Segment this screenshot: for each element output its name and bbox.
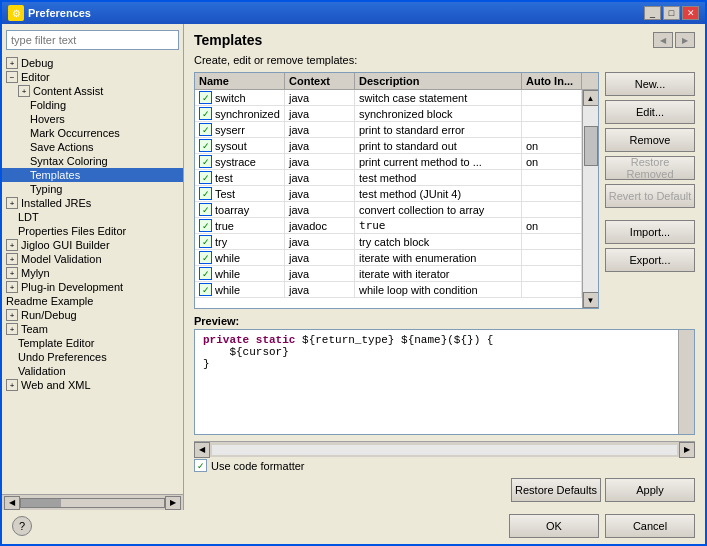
sidebar-item-syntax-coloring[interactable]: Syntax Coloring <box>2 154 183 168</box>
ok-button[interactable]: OK <box>509 514 599 538</box>
sidebar-item-templates[interactable]: Templates <box>2 168 183 182</box>
sidebar-item-model-validation[interactable]: + Model Validation <box>2 252 183 266</box>
preview-hscroll[interactable]: ◀ ▶ <box>194 441 695 457</box>
sidebar-item-web-xml[interactable]: + Web and XML <box>2 378 183 392</box>
row-checkbox[interactable]: ✓ <box>199 203 212 216</box>
scroll-down-btn[interactable]: ▼ <box>583 292 599 308</box>
expand-jigloo[interactable]: + <box>6 239 18 251</box>
table-row[interactable]: ✓ test java test method <box>195 170 582 186</box>
minimize-button[interactable]: _ <box>644 6 661 20</box>
help-button[interactable]: ? <box>12 516 32 536</box>
row-checkbox[interactable]: ✓ <box>199 139 212 152</box>
table-row[interactable]: ✓ syserr java print to standard error <box>195 122 582 138</box>
scroll-thumb[interactable] <box>21 499 61 507</box>
scroll-right-arrow[interactable]: ▶ <box>165 496 181 510</box>
code-text: ${return_type} ${name}(${}) { <box>302 334 493 346</box>
sidebar-item-readme[interactable]: Readme Example <box>2 294 183 308</box>
sidebar-item-installed-jres[interactable]: + Installed JREs <box>2 196 183 210</box>
import-button[interactable]: Import... <box>605 220 695 244</box>
hscroll-track[interactable] <box>212 445 677 455</box>
close-button[interactable]: ✕ <box>682 6 699 20</box>
sidebar-item-template-editor[interactable]: Template Editor <box>2 336 183 350</box>
row-checkbox[interactable]: ✓ <box>199 155 212 168</box>
row-checkbox[interactable]: ✓ <box>199 251 212 264</box>
row-checkbox[interactable]: ✓ <box>199 219 212 232</box>
back-arrow[interactable]: ◀ <box>653 32 673 48</box>
expand-model-validation[interactable]: + <box>6 253 18 265</box>
table-row[interactable]: ✓ switch java switch case statement <box>195 90 582 106</box>
sidebar-item-mark-occurrences[interactable]: Mark Occurrences <box>2 126 183 140</box>
row-checkbox[interactable]: ✓ <box>199 123 212 136</box>
scroll-thumb[interactable] <box>584 126 598 166</box>
cancel-button[interactable]: Cancel <box>605 514 695 538</box>
forward-arrow[interactable]: ▶ <box>675 32 695 48</box>
restore-defaults-button[interactable]: Restore Defaults <box>511 478 601 502</box>
export-button[interactable]: Export... <box>605 248 695 272</box>
table-row[interactable]: ✓ true javadoc true on <box>195 218 582 234</box>
table-row[interactable]: ✓ systrace java print current method to … <box>195 154 582 170</box>
sidebar-item-properties-files-editor[interactable]: Properties Files Editor <box>2 224 183 238</box>
scroll-track[interactable] <box>20 498 165 508</box>
sidebar-item-debug[interactable]: + Debug <box>2 56 183 70</box>
table-row[interactable]: ✓ try java try catch block <box>195 234 582 250</box>
left-horizontal-scrollbar[interactable]: ◀ ▶ <box>2 494 183 510</box>
table-row[interactable]: ✓ Test java test method (JUnit 4) <box>195 186 582 202</box>
expand-team[interactable]: + <box>6 323 18 335</box>
expand-plugin[interactable]: + <box>6 281 18 293</box>
expand-editor[interactable]: − <box>6 71 18 83</box>
row-checkbox[interactable]: ✓ <box>199 283 212 296</box>
restore-removed-button[interactable]: Restore Removed <box>605 156 695 180</box>
row-checkbox[interactable]: ✓ <box>199 171 212 184</box>
sidebar-item-hovers[interactable]: Hovers <box>2 112 183 126</box>
expand-content-assist[interactable]: + <box>18 85 30 97</box>
description-cell: switch case statement <box>355 90 522 105</box>
table-vertical-scrollbar[interactable]: ▲ ▼ <box>582 90 598 308</box>
sidebar-item-undo-preferences[interactable]: Undo Preferences <box>2 350 183 364</box>
row-checkbox[interactable]: ✓ <box>199 235 212 248</box>
table-row[interactable]: ✓ toarray java convert collection to arr… <box>195 202 582 218</box>
sidebar-item-plugin-development[interactable]: + Plug-in Development <box>2 280 183 294</box>
expand-web-xml[interactable]: + <box>6 379 18 391</box>
expand-debug[interactable]: + <box>6 57 18 69</box>
scroll-track[interactable] <box>583 106 599 292</box>
expand-run-debug[interactable]: + <box>6 309 18 321</box>
table-row[interactable]: ✓ while java while loop with condition <box>195 282 582 298</box>
use-code-formatter-label[interactable]: ✓ Use code formatter <box>194 459 695 472</box>
row-checkbox[interactable]: ✓ <box>199 267 212 280</box>
table-row[interactable]: ✓ while java iterate with iterator <box>195 266 582 282</box>
new-button[interactable]: New... <box>605 72 695 96</box>
sidebar-item-ldt[interactable]: LDT <box>2 210 183 224</box>
sidebar-item-label: Validation <box>18 365 66 377</box>
expand-mylyn[interactable]: + <box>6 267 18 279</box>
table-row[interactable]: ✓ synchronized java synchronized block <box>195 106 582 122</box>
preview-vscroll[interactable] <box>678 330 694 434</box>
table-row[interactable]: ✓ while java iterate with enumeration <box>195 250 582 266</box>
scroll-up-btn[interactable]: ▲ <box>583 90 599 106</box>
revert-to-default-button[interactable]: Revert to Default <box>605 184 695 208</box>
sidebar-item-content-assist[interactable]: + Content Assist <box>2 84 183 98</box>
sidebar-item-label: Mark Occurrences <box>30 127 120 139</box>
table-row[interactable]: ✓ sysout java print to standard out on <box>195 138 582 154</box>
row-checkbox[interactable]: ✓ <box>199 187 212 200</box>
sidebar-item-team[interactable]: + Team <box>2 322 183 336</box>
apply-button[interactable]: Apply <box>605 478 695 502</box>
sidebar-item-editor[interactable]: − Editor <box>2 70 183 84</box>
use-code-formatter-checkbox[interactable]: ✓ <box>194 459 207 472</box>
edit-button[interactable]: Edit... <box>605 100 695 124</box>
sidebar-item-jigloo[interactable]: + Jigloo GUI Builder <box>2 238 183 252</box>
row-checkbox[interactable]: ✓ <box>199 107 212 120</box>
sidebar-item-save-actions[interactable]: Save Actions <box>2 140 183 154</box>
row-checkbox[interactable]: ✓ <box>199 91 212 104</box>
hscroll-left[interactable]: ◀ <box>194 442 210 458</box>
sidebar-item-mylyn[interactable]: + Mylyn <box>2 266 183 280</box>
maximize-button[interactable]: □ <box>663 6 680 20</box>
hscroll-right[interactable]: ▶ <box>679 442 695 458</box>
filter-input[interactable] <box>6 30 179 50</box>
expand-installed-jres[interactable]: + <box>6 197 18 209</box>
sidebar-item-validation[interactable]: Validation <box>2 364 183 378</box>
scroll-left-arrow[interactable]: ◀ <box>4 496 20 510</box>
sidebar-item-folding[interactable]: Folding <box>2 98 183 112</box>
sidebar-item-typing[interactable]: Typing <box>2 182 183 196</box>
remove-button[interactable]: Remove <box>605 128 695 152</box>
sidebar-item-run-debug[interactable]: + Run/Debug <box>2 308 183 322</box>
